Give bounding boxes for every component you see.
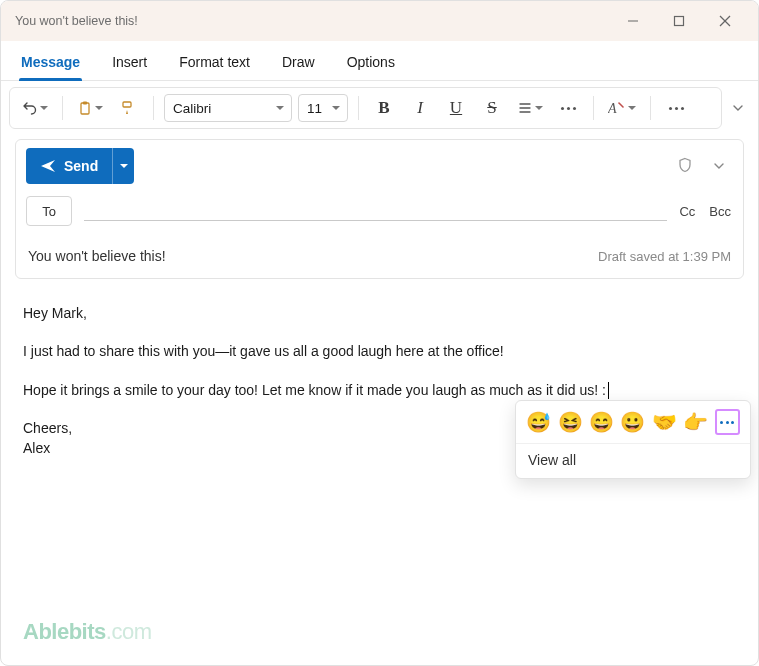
send-button[interactable]: Send	[26, 148, 134, 184]
window-title: You won't believe this!	[15, 14, 610, 28]
underline-button[interactable]: U	[441, 93, 471, 123]
emoji-option[interactable]: 😅	[526, 412, 551, 432]
svg-text:A: A	[608, 101, 617, 116]
format-painter-button[interactable]	[113, 93, 143, 123]
vertical-scrollbar[interactable]	[748, 125, 756, 661]
overflow-button[interactable]	[661, 93, 691, 123]
strikethrough-button[interactable]: S	[477, 93, 507, 123]
tab-draw[interactable]: Draw	[280, 46, 317, 80]
clipboard-button[interactable]	[73, 93, 107, 123]
svg-rect-1	[675, 17, 684, 26]
svg-rect-4	[81, 103, 89, 114]
tab-message[interactable]: Message	[19, 46, 82, 80]
font-family-value: Calibri	[173, 101, 211, 116]
separator	[593, 96, 594, 120]
collapse-ribbon-button[interactable]	[726, 96, 750, 120]
emoji-option[interactable]: 👉	[683, 412, 708, 432]
font-size-select[interactable]: 11	[298, 94, 348, 122]
send-icon	[40, 158, 56, 174]
encryption-button[interactable]	[677, 157, 693, 176]
emoji-option[interactable]: 😆	[557, 412, 582, 432]
emoji-more-button[interactable]	[715, 409, 741, 435]
line-spacing-button[interactable]	[513, 93, 547, 123]
clear-formatting-button[interactable]: A	[604, 93, 640, 123]
undo-button[interactable]	[18, 93, 52, 123]
watermark: Ablebits.com	[23, 619, 151, 645]
body-line: Hope it brings a smile to your day too! …	[23, 380, 736, 400]
subject-field[interactable]: You won't believe this!	[28, 248, 166, 264]
header-options-button[interactable]	[707, 154, 731, 178]
maximize-button[interactable]	[656, 1, 702, 41]
separator	[153, 96, 154, 120]
emoji-view-all[interactable]: View all	[516, 443, 750, 478]
send-options-button[interactable]	[112, 148, 134, 184]
tab-insert[interactable]: Insert	[110, 46, 149, 80]
separator	[650, 96, 651, 120]
minimize-button[interactable]	[610, 1, 656, 41]
emoji-option[interactable]: 😀	[620, 412, 645, 432]
tab-format-text[interactable]: Format text	[177, 46, 252, 80]
svg-rect-5	[83, 102, 87, 105]
font-size-value: 11	[307, 101, 322, 116]
separator	[358, 96, 359, 120]
emoji-suggestion-popup: 😅 😆 😄 😀 🤝 👉 View all	[515, 400, 751, 479]
emoji-option[interactable]: 😄	[589, 412, 614, 432]
title-bar: You won't believe this!	[1, 1, 758, 41]
to-button[interactable]: To	[26, 196, 72, 226]
tab-options[interactable]: Options	[345, 46, 397, 80]
svg-rect-6	[123, 102, 131, 107]
bold-button[interactable]: B	[369, 93, 399, 123]
shield-icon	[677, 157, 693, 173]
italic-button[interactable]: I	[405, 93, 435, 123]
more-formatting-button[interactable]	[553, 93, 583, 123]
emoji-option[interactable]: 🤝	[652, 412, 677, 432]
body-line: Hey Mark,	[23, 303, 736, 323]
body-line: I just had to share this with you—it gav…	[23, 341, 736, 361]
send-label: Send	[64, 158, 98, 174]
message-header-card: Send To Cc Bcc You won't believe this! D…	[15, 139, 744, 279]
draft-status: Draft saved at 1:39 PM	[598, 249, 731, 264]
font-family-select[interactable]: Calibri	[164, 94, 292, 122]
ribbon-toolbar: Calibri 11 B I U S A	[9, 87, 722, 129]
separator	[62, 96, 63, 120]
ribbon-tabs: Message Insert Format text Draw Options	[1, 41, 758, 81]
cc-button[interactable]: Cc	[679, 204, 695, 219]
to-field[interactable]	[84, 220, 667, 221]
text-cursor	[608, 382, 609, 399]
bcc-button[interactable]: Bcc	[709, 204, 731, 219]
close-button[interactable]	[702, 1, 748, 41]
